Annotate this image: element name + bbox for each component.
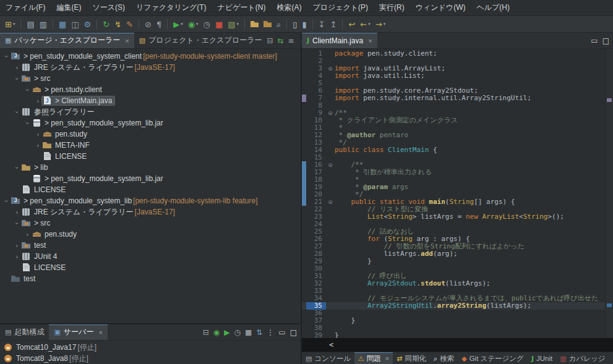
dropdown-caret-icon[interactable]: ▾ [196, 22, 199, 27]
save-button[interactable]: ▤ [24, 17, 36, 31]
tree-item-referenced-lib-jar[interactable]: ›> pen_study_module_system_lib.jar [0, 117, 301, 129]
code-line-39[interactable]: 39} [302, 332, 613, 338]
dropdown-caret-icon[interactable]: ▾ [384, 22, 386, 27]
explorer-tab-package-explorer[interactable]: ▦パッケージ・エクスプローラー× [0, 33, 134, 48]
code-line-22[interactable]: 22 // リスト型に変換 [302, 206, 613, 213]
expander-icon[interactable]: › [34, 131, 42, 138]
horizontal-scrollbar[interactable]: < [302, 338, 613, 352]
expander-icon[interactable]: › [14, 219, 20, 227]
menu-edit[interactable]: 編集(E) [51, 0, 87, 15]
code-line-32[interactable]: 32 Array2Stdout.stdout(listArgs); [302, 280, 613, 287]
line-number[interactable]: 5 [306, 80, 326, 87]
code-line-29[interactable]: 29 } [302, 258, 613, 265]
code-line-21[interactable]: 21⊖ public static void main(String[] arg… [302, 198, 613, 206]
code-line-36[interactable]: 36 [302, 310, 613, 317]
overview-ruler[interactable] [605, 49, 613, 338]
collapse-all-button[interactable]: ⊟ [203, 328, 209, 337]
code-line-15[interactable]: 15 [302, 154, 613, 161]
bottomleft-tab-launch-configs[interactable]: ▤起動構成 [0, 324, 49, 340]
run-button[interactable]: ▶▾ [171, 17, 186, 31]
fold-collapse-icon[interactable]: ⊖ [326, 198, 335, 206]
view-tab-junit[interactable]: JJUnit [528, 352, 556, 364]
new-java-project-button[interactable] [248, 17, 261, 31]
code-line-16[interactable]: 16⊖ /** [302, 161, 613, 169]
tree-item-src-lib[interactable]: ›> src [0, 218, 301, 229]
tree-item-project-lib[interactable]: ›> pen_study_module_system_lib [pen-stud… [0, 195, 301, 206]
expander-icon[interactable]: › [34, 98, 42, 104]
tree-item-license-client[interactable]: LICENSE [0, 184, 301, 195]
code-line-20[interactable]: 20 */ [302, 191, 613, 198]
code-line-12[interactable]: 12 * @author pentaro [302, 132, 613, 139]
code-line-18[interactable]: 18 * [302, 176, 613, 184]
collapse-all-button[interactable]: ⊟ [267, 36, 273, 45]
line-number[interactable]: 7 [306, 95, 326, 102]
line-number[interactable]: 6 [306, 87, 326, 95]
skip-breakpoints-button[interactable]: ⊘ [142, 17, 154, 31]
view-tab-synchronize[interactable]: ⇄同期化 [393, 352, 430, 364]
code-line-23[interactable]: 23 List<String> listArgs = new ArrayList… [302, 213, 613, 221]
line-number[interactable]: 4 [306, 72, 326, 80]
line-number[interactable]: 3 [306, 65, 326, 72]
code-line-26[interactable]: 26 for (String arg : args) { [302, 235, 613, 243]
export-jar-button[interactable]: ▯ [290, 17, 299, 31]
dropdown-caret-icon[interactable]: ▾ [236, 22, 239, 27]
code-line-37[interactable]: 37 } [302, 317, 613, 324]
tree-item-lib-jar[interactable]: > pen_study_module_system_lib.jar [0, 173, 301, 184]
view-tab-problems[interactable]: ⚠問題× [354, 352, 393, 364]
dropdown-caret-icon[interactable]: ▾ [368, 22, 371, 27]
filters-button[interactable]: ≡ [288, 36, 294, 45]
expander-icon[interactable]: › [14, 75, 20, 83]
code-line-27[interactable]: 27 // 引数の型をString配列にすればよかった [302, 243, 613, 250]
code-line-13[interactable]: 13 */ [302, 139, 613, 146]
clean-button[interactable]: ✎ [124, 17, 135, 31]
connect-button[interactable]: ↯ [112, 17, 124, 31]
menu-help[interactable]: ヘルプ(H) [471, 0, 515, 15]
close-icon[interactable]: × [125, 37, 129, 44]
tree-item-package-pen-study-lib[interactable]: ›pen.study [0, 229, 301, 240]
menu-refactoring[interactable]: リファクタリング(T) [131, 0, 212, 15]
line-number[interactable]: 8 [306, 102, 326, 109]
tree-item-jre-lib-client[interactable]: ›JRE システム・ライブラリー [JavaSE-17] [0, 62, 301, 73]
tree-item-license-lib[interactable]: LICENSE [0, 262, 301, 273]
expander-icon[interactable]: › [24, 231, 32, 238]
tree-item-test-src[interactable]: ›test [0, 240, 301, 251]
expander-icon[interactable]: › [14, 164, 20, 172]
overview-marker-2[interactable] [607, 303, 612, 307]
next-annotation-button[interactable]: ↧ [316, 17, 328, 31]
link-with-editor-button[interactable]: ⇆ [278, 36, 284, 45]
profile-server-button[interactable]: ◷ [234, 328, 240, 337]
fold-collapse-icon[interactable]: ⊖ [326, 109, 335, 117]
code-line-25[interactable]: 25 // 詰めなおし [302, 228, 613, 235]
code-line-33[interactable]: 33 [302, 287, 613, 295]
publish-button[interactable]: ⇅ [256, 328, 262, 337]
start-server-button[interactable]: ▶ [224, 328, 229, 337]
code-line-17[interactable]: 17 * 引数が標準出力される [302, 169, 613, 176]
search-button[interactable]: ⌕ [274, 17, 283, 31]
view-tab-coverage[interactable]: ▥カバレッジ [556, 352, 609, 364]
code-editor[interactable]: 1package pen.study.client;23⊖import java… [302, 49, 613, 338]
line-number[interactable]: 1 [306, 50, 326, 57]
minimize-button[interactable]: ▭ [278, 328, 285, 337]
debug-server-button[interactable]: ◉ [213, 328, 220, 337]
expander-icon[interactable]: › [14, 108, 20, 116]
build-all-button[interactable]: ↻ [100, 17, 112, 31]
tree-item-project-test[interactable]: test [0, 273, 301, 284]
code-line-4[interactable]: 4import java.util.List; [302, 72, 613, 80]
last-edit-location-button[interactable]: ↩ [346, 17, 358, 31]
menu-source[interactable]: ソース(S) [87, 0, 131, 15]
fold-collapse-icon[interactable]: ⊖ [326, 161, 335, 169]
code-line-24[interactable]: 24 [302, 221, 613, 228]
editor-tab-clientmain[interactable]: JClientMain.java× [302, 33, 377, 48]
menu-project[interactable]: プロジェクト(P) [307, 0, 374, 15]
code-line-5[interactable]: 5 [302, 80, 613, 87]
profile-button[interactable]: ◷ [201, 17, 213, 31]
view-tab-console[interactable]: ▤コンソール [302, 352, 354, 364]
tree-item-clientmain-java[interactable]: ›> ClientMain.java [0, 95, 301, 106]
menu-navigate[interactable]: ナビゲート(N) [212, 0, 272, 15]
close-icon[interactable]: × [385, 355, 389, 362]
expander-icon[interactable]: › [34, 142, 42, 149]
explorer-tab-project-explorer[interactable]: ▧プロジェクト・エクスプローラー [134, 33, 267, 48]
tree-item-lib-folder[interactable]: ›> lib [0, 162, 301, 173]
minimize-button[interactable]: ▭ [591, 36, 598, 45]
code-line-3[interactable]: 3⊖import java.util.ArrayList; [302, 65, 613, 72]
